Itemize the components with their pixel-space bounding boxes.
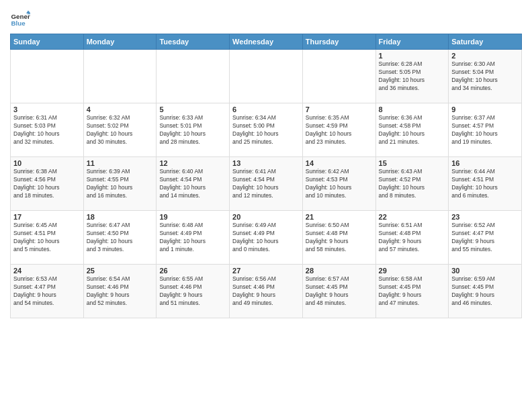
day-info: Sunrise: 6:57 AM Sunset: 4:45 PM Dayligh… [306, 275, 373, 308]
calendar-cell: 13Sunrise: 6:41 AM Sunset: 4:54 PM Dayli… [230, 157, 303, 211]
weekday-header-monday: Monday [83, 34, 157, 50]
calendar-cell [83, 50, 157, 103]
day-info: Sunrise: 6:30 AM Sunset: 5:04 PM Dayligh… [451, 60, 519, 93]
calendar-cell: 30Sunrise: 6:59 AM Sunset: 4:45 PM Dayli… [449, 265, 522, 318]
calendar-cell [302, 50, 375, 103]
calendar-week-row: 10Sunrise: 6:38 AM Sunset: 4:56 PM Dayli… [11, 157, 522, 211]
calendar-cell: 3Sunrise: 6:31 AM Sunset: 5:03 PM Daylig… [11, 103, 84, 157]
calendar-cell: 19Sunrise: 6:48 AM Sunset: 4:49 PM Dayli… [157, 211, 230, 265]
day-info: Sunrise: 6:52 AM Sunset: 4:47 PM Dayligh… [451, 222, 519, 254]
day-info: Sunrise: 6:47 AM Sunset: 4:50 PM Dayligh… [87, 222, 154, 254]
day-number: 15 [379, 159, 446, 167]
day-info: Sunrise: 6:44 AM Sunset: 4:51 PM Dayligh… [451, 168, 519, 200]
day-number: 24 [13, 267, 81, 275]
calendar-table: SundayMondayTuesdayWednesdayThursdayFrid… [10, 34, 522, 318]
calendar-week-row: 3Sunrise: 6:31 AM Sunset: 5:03 PM Daylig… [11, 103, 522, 157]
day-number: 6 [232, 105, 300, 113]
calendar-cell: 18Sunrise: 6:47 AM Sunset: 4:50 PM Dayli… [83, 211, 157, 265]
calendar-cell: 29Sunrise: 6:58 AM Sunset: 4:45 PM Dayli… [375, 265, 449, 318]
svg-text:Blue: Blue [11, 19, 26, 27]
day-number: 28 [306, 267, 373, 275]
day-info: Sunrise: 6:32 AM Sunset: 5:02 PM Dayligh… [87, 114, 154, 146]
day-number: 23 [451, 213, 519, 221]
day-number: 8 [379, 105, 446, 113]
day-info: Sunrise: 6:49 AM Sunset: 4:49 PM Dayligh… [232, 222, 300, 254]
day-number: 27 [232, 267, 300, 275]
calendar-cell: 5Sunrise: 6:33 AM Sunset: 5:01 PM Daylig… [157, 103, 230, 157]
calendar-week-row: 1Sunrise: 6:28 AM Sunset: 5:05 PM Daylig… [11, 50, 522, 103]
calendar-cell: 28Sunrise: 6:57 AM Sunset: 4:45 PM Dayli… [302, 265, 375, 318]
day-number: 11 [87, 159, 154, 167]
calendar-cell: 21Sunrise: 6:50 AM Sunset: 4:48 PM Dayli… [302, 211, 375, 265]
day-info: Sunrise: 6:55 AM Sunset: 4:46 PM Dayligh… [159, 275, 226, 308]
day-number: 5 [159, 105, 226, 113]
weekday-header-sunday: Sunday [11, 34, 84, 50]
calendar-cell: 25Sunrise: 6:54 AM Sunset: 4:46 PM Dayli… [83, 265, 157, 318]
day-number: 22 [379, 213, 446, 221]
day-info: Sunrise: 6:39 AM Sunset: 4:55 PM Dayligh… [87, 168, 154, 200]
day-info: Sunrise: 6:58 AM Sunset: 4:45 PM Dayligh… [379, 275, 446, 308]
day-number: 7 [306, 105, 373, 113]
calendar-cell: 23Sunrise: 6:52 AM Sunset: 4:47 PM Dayli… [449, 211, 522, 265]
day-info: Sunrise: 6:36 AM Sunset: 4:58 PM Dayligh… [379, 114, 446, 146]
day-info: Sunrise: 6:56 AM Sunset: 4:46 PM Dayligh… [232, 275, 300, 308]
header-row: General Blue [10, 7, 522, 30]
day-info: Sunrise: 6:43 AM Sunset: 4:52 PM Dayligh… [379, 168, 446, 200]
calendar-cell: 16Sunrise: 6:44 AM Sunset: 4:51 PM Dayli… [449, 157, 522, 211]
day-info: Sunrise: 6:35 AM Sunset: 4:59 PM Dayligh… [306, 114, 373, 146]
day-number: 26 [159, 267, 226, 275]
calendar-cell: 15Sunrise: 6:43 AM Sunset: 4:52 PM Dayli… [375, 157, 449, 211]
day-number: 18 [87, 213, 154, 221]
weekday-header-saturday: Saturday [449, 34, 522, 50]
day-number: 10 [13, 159, 81, 167]
calendar-cell: 11Sunrise: 6:39 AM Sunset: 4:55 PM Dayli… [83, 157, 157, 211]
day-number: 9 [451, 105, 519, 113]
day-number: 30 [451, 267, 519, 275]
calendar-cell: 14Sunrise: 6:42 AM Sunset: 4:53 PM Dayli… [302, 157, 375, 211]
day-info: Sunrise: 6:38 AM Sunset: 4:56 PM Dayligh… [13, 168, 81, 200]
weekday-header-wednesday: Wednesday [230, 34, 303, 50]
day-info: Sunrise: 6:54 AM Sunset: 4:46 PM Dayligh… [87, 275, 154, 308]
weekday-header-row: SundayMondayTuesdayWednesdayThursdayFrid… [11, 34, 522, 50]
weekday-header-tuesday: Tuesday [157, 34, 230, 50]
day-number: 17 [13, 213, 81, 221]
day-number: 21 [306, 213, 373, 221]
day-info: Sunrise: 6:34 AM Sunset: 5:00 PM Dayligh… [232, 114, 300, 146]
day-number: 12 [159, 159, 226, 167]
calendar-cell: 10Sunrise: 6:38 AM Sunset: 4:56 PM Dayli… [11, 157, 84, 211]
day-number: 1 [379, 52, 446, 60]
calendar-cell: 9Sunrise: 6:37 AM Sunset: 4:57 PM Daylig… [449, 103, 522, 157]
calendar-cell [230, 50, 303, 103]
calendar-cell: 20Sunrise: 6:49 AM Sunset: 4:49 PM Dayli… [230, 211, 303, 265]
day-info: Sunrise: 6:41 AM Sunset: 4:54 PM Dayligh… [232, 168, 300, 200]
day-info: Sunrise: 6:51 AM Sunset: 4:48 PM Dayligh… [379, 222, 446, 254]
day-info: Sunrise: 6:28 AM Sunset: 5:05 PM Dayligh… [379, 60, 446, 93]
calendar-cell: 4Sunrise: 6:32 AM Sunset: 5:02 PM Daylig… [83, 103, 157, 157]
weekday-header-thursday: Thursday [302, 34, 375, 50]
day-number: 3 [13, 105, 81, 113]
day-number: 2 [451, 52, 519, 60]
calendar-cell: 17Sunrise: 6:45 AM Sunset: 4:51 PM Dayli… [11, 211, 84, 265]
day-info: Sunrise: 6:59 AM Sunset: 4:45 PM Dayligh… [451, 275, 519, 308]
day-number: 29 [379, 267, 446, 275]
day-info: Sunrise: 6:42 AM Sunset: 4:53 PM Dayligh… [306, 168, 373, 200]
day-number: 4 [87, 105, 154, 113]
calendar-cell [157, 50, 230, 103]
day-info: Sunrise: 6:53 AM Sunset: 4:47 PM Dayligh… [13, 275, 81, 308]
logo: General Blue [10, 9, 33, 30]
day-number: 13 [232, 159, 300, 167]
calendar-cell: 2Sunrise: 6:30 AM Sunset: 5:04 PM Daylig… [449, 50, 522, 103]
svg-text:General: General [11, 13, 31, 20]
day-info: Sunrise: 6:50 AM Sunset: 4:48 PM Dayligh… [306, 222, 373, 254]
day-number: 25 [87, 267, 154, 275]
calendar-cell: 24Sunrise: 6:53 AM Sunset: 4:47 PM Dayli… [11, 265, 84, 318]
calendar-cell: 7Sunrise: 6:35 AM Sunset: 4:59 PM Daylig… [302, 103, 375, 157]
calendar-cell: 22Sunrise: 6:51 AM Sunset: 4:48 PM Dayli… [375, 211, 449, 265]
day-info: Sunrise: 6:45 AM Sunset: 4:51 PM Dayligh… [13, 222, 81, 254]
day-info: Sunrise: 6:37 AM Sunset: 4:57 PM Dayligh… [451, 114, 519, 146]
logo-icon: General Blue [10, 9, 30, 30]
day-number: 20 [232, 213, 300, 221]
page-container: General Blue SundayMondayTuesdayWednesda… [0, 0, 532, 322]
day-info: Sunrise: 6:40 AM Sunset: 4:54 PM Dayligh… [159, 168, 226, 200]
day-info: Sunrise: 6:31 AM Sunset: 5:03 PM Dayligh… [13, 114, 81, 146]
